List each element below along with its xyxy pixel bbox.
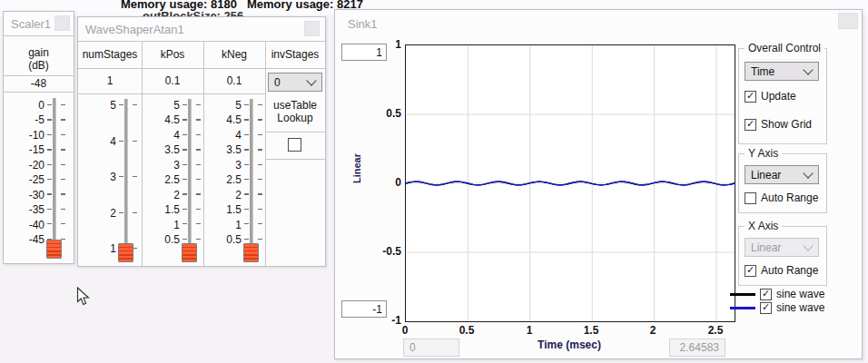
x-max-box[interactable]: 2.64583 [669,338,725,357]
y-axis-scale-label: Linear [351,153,362,183]
usetable-lookup-checkbox[interactable] [288,138,301,152]
slider-scale-label: 1 [80,243,116,254]
column-header-invstages: invStages [265,41,325,68]
slider-scale-label: 3.5 [143,144,180,155]
x-axis-group-label: X Axis [745,220,782,232]
sink-panel: Sink1 1 -1 Linear 1 0.5 0 -0.5 -1 0 0.5 … [334,9,863,359]
x-auto-range-checkbox[interactable] [745,265,756,277]
x-tick-label: 1.5 [573,324,609,337]
divider [4,35,74,36]
waveshaper-panel-menu-button[interactable] [304,21,320,36]
divider [78,93,265,94]
update-checkbox[interactable] [745,91,756,103]
slider-scale-label: 2 [80,208,116,219]
x-min-box[interactable]: 0 [403,338,459,357]
x-tick-label: 2 [635,324,671,337]
x-axis-scale-dropdown[interactable]: Linear [745,238,819,257]
slider-scale-label: 0.5 [143,234,180,245]
column-header-kpos: kPos [142,41,203,68]
slider-scale-label: 2 [205,190,242,201]
sink-panel-title: Sink1 [348,17,378,31]
numstages-slider-track[interactable] [124,99,128,260]
invstages-dropdown[interactable]: 0 [268,73,322,92]
slider-scale-label: 4 [205,130,242,141]
column-divider [265,41,266,266]
waveform-plot[interactable] [405,44,735,322]
x-tick-label: 0.5 [449,324,485,337]
slider-scale-label: 4 [143,130,180,141]
y-tick-label: 0.5 [380,107,401,120]
app-window: Memory usage: 8180 Memory usage: 8217 ou… [0,0,868,363]
x-tick-label: 2.5 [697,324,734,337]
chevron-down-icon [803,168,813,178]
slider-scale-label: 5 [80,100,116,111]
gain-slider-handle[interactable] [46,240,62,259]
scaler-param-name: gain [4,46,74,59]
kpos-slider-track[interactable] [188,99,192,260]
slider-scale-label: -35 [5,204,44,215]
slider-scale-label: -25 [5,174,44,185]
divider [4,92,74,93]
slider-scale-label: 2.5 [205,174,242,185]
waveshaper-panel-title: WaveShaperAtan1 [85,23,184,36]
slider-ticks [47,100,52,245]
chevron-down-icon [803,64,813,74]
slider-ticks [119,100,123,254]
kneg-slider-scale: 54.543.532.521.510.5 [205,100,242,245]
sink-panel-menu-button[interactable] [838,13,858,29]
slider-scale-label: 1 [143,220,180,231]
slider-scale-label: 0 [5,100,44,111]
slider-scale-label: 2 [143,190,180,201]
kneg-slider-track[interactable] [250,99,253,260]
kpos-slider-handle[interactable] [182,243,197,262]
numstages-value: 1 [78,68,142,93]
slider-scale-label: 3 [80,172,116,182]
overall-control-group: Overall Control Time Update Show Grid [738,48,827,144]
slider-ticks [61,100,65,245]
series-line-swatch [730,307,755,309]
invstages-dropdown-value: 0 [274,76,281,89]
overall-control-group-label: Overall Control [745,42,824,54]
series-line-swatch [730,293,755,296]
numstages-slider-handle[interactable] [118,243,133,262]
x-auto-range-row[interactable]: Auto Range [745,264,818,277]
show-grid-checkbox-row[interactable]: Show Grid [745,118,812,131]
chevron-down-icon [306,75,316,85]
waveform-plot-canvas [406,45,735,321]
show-grid-checkbox[interactable] [745,119,756,131]
scaler-gain-value: -48 [4,77,74,90]
gain-slider-track[interactable] [53,98,56,258]
y-axis-scale-dropdown[interactable]: Linear [745,165,819,184]
series-visibility-checkbox[interactable] [760,289,772,300]
legend-label: sine wave [776,288,824,300]
usetable-lookup-label: useTable Lookup [265,99,325,124]
slider-scale-label: -40 [5,220,44,231]
update-checkbox-row[interactable]: Update [745,90,796,103]
slider-scale-label: -5 [5,114,44,125]
x-tick-label: 1 [511,324,547,337]
scaler-panel-title: Scaler1 [11,17,51,31]
slider-scale-label: 1.5 [143,204,180,215]
kpos-slider-scale: 54.543.532.521.510.5 [143,100,180,245]
numstages-slider-scale: 54321 [80,100,116,254]
time-scale-dropdown-value: Time [751,65,774,78]
scaler-panel-menu-button[interactable] [54,15,70,31]
legend-item: sine wave [730,288,824,300]
series-visibility-checkbox[interactable] [760,302,772,314]
slider-scale-label: 1.5 [205,204,242,215]
slider-scale-label: 5 [205,100,242,111]
slider-scale-label: -30 [5,190,44,201]
y-tick-label: 1 [380,38,401,51]
slider-scale-label: 4.5 [205,114,242,125]
slider-scale-label: -15 [5,144,44,155]
slider-scale-label: 4.5 [143,114,180,125]
kneg-slider-handle[interactable] [243,243,259,262]
slider-scale-label: 3 [143,160,180,171]
y-tick-label: -0.5 [380,245,401,258]
y-auto-range-row[interactable]: Auto Range [745,191,818,204]
y-auto-range-checkbox[interactable] [745,192,756,204]
slider-ticks [133,100,137,254]
gain-slider-scale: 0-5-10-15-20-25-30-35-40-45 [5,100,44,245]
time-scale-dropdown[interactable]: Time [745,62,819,81]
x-tick-label: 0 [387,324,423,337]
